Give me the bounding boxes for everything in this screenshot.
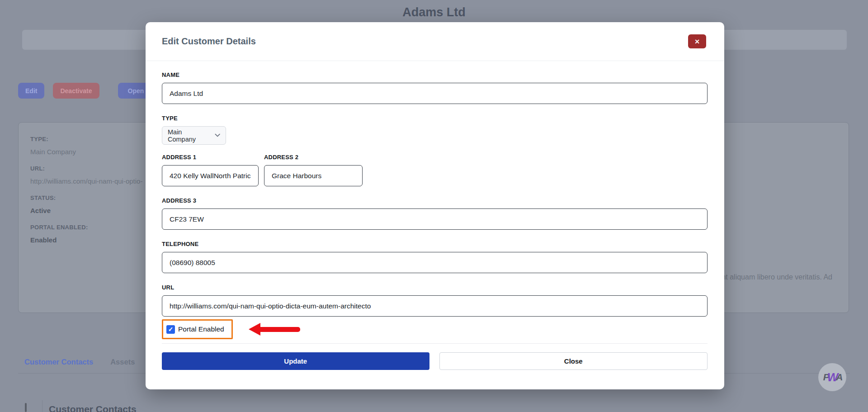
footer-divider — [162, 343, 708, 344]
telephone-input[interactable] — [162, 252, 708, 273]
address2-label: ADDRESS 2 — [264, 154, 363, 161]
type-label: TYPE — [162, 115, 708, 122]
type-select[interactable]: Main Company — [162, 126, 226, 145]
address3-label: ADDRESS 3 — [162, 197, 708, 204]
portal-enabled-row: ✓ Portal Enabled — [162, 319, 708, 339]
close-icon: ✕ — [694, 38, 700, 45]
pwa-letter-a: A — [836, 372, 841, 383]
modal-footer: Update Close — [162, 352, 708, 370]
info-portal-value: Enabled — [30, 236, 142, 244]
modal-body: NAME TYPE Main Company ADDRESS 1 — [146, 61, 724, 370]
info-type-value: Main Company — [30, 148, 142, 156]
edit-button[interactable]: Edit — [18, 83, 44, 99]
update-button[interactable]: Update — [162, 352, 429, 370]
address3-field-group: ADDRESS 3 — [162, 197, 708, 230]
type-field-group: TYPE Main Company — [162, 115, 708, 145]
customer-info-fields: TYPE: Main Company URL: http://williams.… — [30, 132, 142, 244]
bottom-card-edge — [42, 400, 42, 412]
info-portal-label: PORTAL ENABLED: — [30, 224, 142, 231]
address2-field-group: ADDRESS 2 — [264, 154, 363, 186]
arrow-head — [249, 323, 260, 336]
scrollbar-fragment[interactable] — [25, 403, 27, 412]
address3-input[interactable] — [162, 208, 708, 230]
info-url-label: URL: — [30, 165, 142, 172]
portal-enabled-checkbox[interactable]: ✓ — [166, 325, 175, 334]
page-title: Adams Ltd — [0, 5, 868, 19]
modal-header: Edit Customer Details ✕ — [146, 22, 724, 61]
tab-customer-contacts[interactable]: Customer Contacts — [24, 358, 93, 366]
check-icon: ✓ — [168, 326, 174, 333]
modal-title: Edit Customer Details — [162, 36, 256, 47]
address1-label: ADDRESS 1 — [162, 154, 259, 161]
bottom-section-heading: Customer Contacts — [49, 404, 137, 412]
telephone-field-group: TELEPHONE — [162, 241, 708, 273]
address2-input[interactable] — [264, 165, 363, 186]
close-button[interactable]: Close — [439, 352, 708, 370]
url-field-group: URL — [162, 284, 708, 317]
screen: Adams Ltd Edit Deactivate Open Folder TY… — [0, 0, 868, 412]
pwa-logo: P W A — [818, 363, 846, 391]
address-row: ADDRESS 1 ADDRESS 2 — [162, 154, 708, 186]
tab-assets[interactable]: Assets — [110, 358, 135, 366]
deactivate-button[interactable]: Deactivate — [53, 83, 99, 99]
edit-customer-modal: Edit Customer Details ✕ NAME TYPE Main C… — [146, 22, 724, 389]
url-input[interactable] — [162, 295, 708, 317]
name-field-group: NAME — [162, 71, 708, 104]
info-type-label: TYPE: — [30, 136, 142, 142]
portal-enabled-label: Portal Enabled — [178, 325, 224, 333]
name-input[interactable] — [162, 83, 708, 104]
telephone-label: TELEPHONE — [162, 241, 708, 247]
url-label: URL — [162, 284, 708, 291]
chevron-down-icon — [215, 133, 220, 137]
notes-text-fragment: iunt aliquam libero unde veritatis. Ad — [716, 273, 832, 281]
info-url-value: http://williams.com/qui-nam-qui-optio- — [30, 177, 142, 185]
annotation-arrow-icon — [249, 323, 300, 336]
address1-field-group: ADDRESS 1 — [162, 154, 259, 186]
address1-input[interactable] — [162, 165, 259, 186]
name-label: NAME — [162, 71, 708, 78]
annotation-highlight-box: ✓ Portal Enabled — [162, 319, 233, 339]
modal-close-button[interactable]: ✕ — [688, 34, 706, 48]
info-status-value: Active — [30, 207, 142, 214]
info-status-label: STATUS: — [30, 194, 142, 201]
type-select-value: Main Company — [168, 128, 209, 143]
pwa-letter-w: W — [827, 370, 837, 384]
arrow-tail — [260, 327, 300, 332]
